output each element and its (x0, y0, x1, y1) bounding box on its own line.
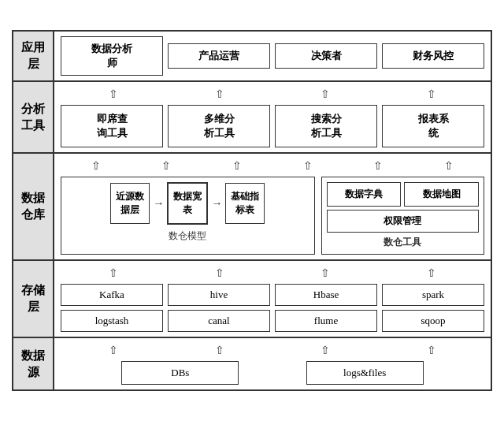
wr-tools-label: 数仓工具 (327, 236, 479, 249)
storage-arrows: ⇧ ⇧ ⇧ ⇧ (61, 266, 484, 281)
st-arrow-3: ⇧ (321, 266, 330, 280)
storage-sqoop: sqoop (382, 310, 484, 332)
tool-report: 报表系统 (382, 105, 484, 147)
ds-arrow-3: ⇧ (321, 344, 330, 357)
application-content: 数据分析师 产品运营 决策者 财务风控 (54, 32, 491, 80)
wh-flow-arrow-1: → (153, 197, 164, 210)
wh-arrow-2: ⇧ (161, 159, 171, 173)
wr-data-map: 数据地图 (404, 182, 479, 207)
st-arrow-2: ⇧ (215, 266, 224, 280)
tool-search: 搜索分析工具 (275, 105, 377, 147)
analysis-content: ⇧ ⇧ ⇧ ⇧ 即席查询工具 多维分析工具 搜索分析工具 报表系统 (54, 82, 491, 152)
warehouse-model: 近源数据层 → 数据宽表 → 基础指标表 数仓模型 (61, 177, 315, 255)
storage-flume: flume (275, 310, 377, 332)
storage-kafka: Kafka (61, 284, 163, 306)
app-box-operations: 产品运营 (168, 43, 270, 69)
wh-model-boxes: 近源数据层 → 数据宽表 → 基础指标表 (110, 182, 265, 225)
application-layer: 应用层 数据分析师 产品运营 决策者 财务风控 (13, 32, 491, 82)
tool-adhoc: 即席查询工具 (61, 105, 163, 147)
wh-arrow-4: ⇧ (303, 159, 313, 173)
wh-arrow-6: ⇧ (444, 159, 454, 173)
app-box-analyst: 数据分析师 (61, 36, 163, 76)
storage-content: ⇧ ⇧ ⇧ ⇧ Kafka hive Hbase spark logstash … (54, 261, 491, 337)
ds-logs: logs&files (306, 361, 424, 385)
app-box-decision: 决策者 (275, 43, 377, 69)
ds-arrow-2: ⇧ (215, 344, 224, 357)
storage-label: 存储层 (13, 261, 54, 337)
ds-arrow-4: ⇧ (427, 344, 436, 357)
storage-row-1: Kafka hive Hbase spark (61, 284, 484, 306)
tool-multidim: 多维分析工具 (168, 105, 270, 147)
analysis-layer: 分析工具 ⇧ ⇧ ⇧ ⇧ 即席查询工具 多维分析工具 搜索分析工具 报表系统 (13, 82, 491, 154)
app-box-finance: 财务风控 (382, 43, 484, 69)
analysis-boxes: 即席查询工具 多维分析工具 搜索分析工具 报表系统 (61, 105, 484, 147)
warehouse-label: 数据仓库 (13, 154, 54, 259)
arrow-1: ⇧ (109, 88, 118, 101)
storage-rows: Kafka hive Hbase spark logstash canal fl… (61, 284, 484, 332)
wh-arrow-1: ⇧ (91, 159, 101, 173)
warehouse-content: ⇧ ⇧ ⇧ ⇧ ⇧ ⇧ 近源数据层 → 数据宽表 → 基础指标表 数仓模型 (54, 154, 491, 259)
datasource-boxes: DBs logs&files (61, 361, 484, 385)
warehouse-layer: 数据仓库 ⇧ ⇧ ⇧ ⇧ ⇧ ⇧ 近源数据层 → 数据宽表 → 基础指标表 (13, 154, 491, 261)
storage-spark: spark (382, 284, 484, 306)
st-arrow-1: ⇧ (109, 266, 118, 280)
arrow-3: ⇧ (321, 88, 330, 101)
warehouse-inner: 近源数据层 → 数据宽表 → 基础指标表 数仓模型 数据字典 数据地图 权限管理… (61, 177, 484, 255)
ds-arrow-1: ⇧ (109, 344, 118, 357)
wh-wide-table: 数据宽表 (167, 182, 208, 225)
wr-top-boxes: 数据字典 数据地图 (327, 182, 479, 207)
datasource-label: 数据源 (13, 338, 54, 389)
wh-near-source: 近源数据层 (110, 183, 150, 224)
ds-dbs: DBs (121, 361, 239, 385)
architecture-diagram: 应用层 数据分析师 产品运营 决策者 财务风控 分析工具 ⇧ ⇧ ⇧ ⇧ 即席查… (12, 30, 492, 392)
wr-data-dict: 数据字典 (327, 182, 402, 207)
wh-flow-arrow-2: → (211, 197, 222, 210)
storage-hive: hive (168, 284, 270, 306)
wh-model-label: 数仓模型 (169, 229, 206, 243)
arrow-2: ⇧ (215, 88, 224, 101)
datasource-layer: 数据源 ⇧ ⇧ ⇧ ⇧ DBs logs&files (13, 338, 491, 389)
storage-row-2: logstash canal flume sqoop (61, 310, 484, 332)
arrow-4: ⇧ (427, 88, 436, 101)
warehouse-tools: 数据字典 数据地图 权限管理 数仓工具 (321, 177, 484, 255)
analysis-arrows: ⇧ ⇧ ⇧ ⇧ (61, 87, 484, 102)
storage-canal: canal (168, 310, 270, 332)
datasource-arrows: ⇧ ⇧ ⇧ ⇧ (61, 343, 484, 358)
datasource-content: ⇧ ⇧ ⇧ ⇧ DBs logs&files (54, 338, 491, 389)
st-arrow-4: ⇧ (427, 266, 436, 280)
storage-hbase: Hbase (275, 284, 377, 306)
storage-logstash: logstash (61, 310, 163, 332)
wh-arrow-3: ⇧ (232, 159, 242, 173)
wh-base-metrics: 基础指标表 (225, 183, 265, 224)
storage-layer: 存储层 ⇧ ⇧ ⇧ ⇧ Kafka hive Hbase spark logst… (13, 261, 491, 338)
wh-arrow-5: ⇧ (373, 159, 383, 173)
application-label: 应用层 (13, 32, 54, 80)
warehouse-arrows: ⇧ ⇧ ⇧ ⇧ ⇧ ⇧ (61, 158, 484, 173)
analysis-label: 分析工具 (13, 82, 54, 152)
wr-permission: 权限管理 (327, 210, 479, 233)
